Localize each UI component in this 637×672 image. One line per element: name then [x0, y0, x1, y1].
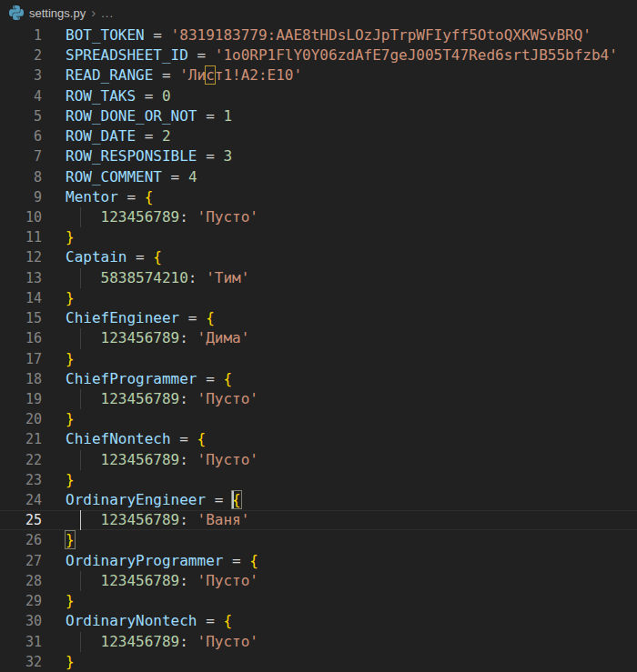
code-content: 123456789: 'Дима' [42, 328, 637, 348]
token-str: 'Дима' [197, 329, 250, 346]
line-number[interactable]: 16 [0, 328, 42, 348]
token-num: 4 [188, 168, 197, 186]
code-line[interactable]: 4ROW_TAKS = 0 [0, 86, 637, 106]
line-number[interactable]: 15 [0, 308, 42, 328]
line-number[interactable]: 17 [0, 349, 42, 369]
token-str: 'Ваня' [197, 511, 250, 528]
token-op: = [171, 430, 197, 447]
line-number[interactable]: 29 [0, 591, 42, 611]
token-num: 1 [223, 107, 232, 125]
code-line[interactable]: 10 123456789: 'Пусто' [0, 207, 637, 227]
code-line[interactable]: 32} [0, 652, 637, 672]
code-line[interactable]: 2SPREADSHEET_ID = '1o0RP1FlY0Y06zdAfE7ge… [0, 45, 637, 65]
code-line[interactable]: 29} [0, 591, 637, 611]
code-line[interactable]: 17} [0, 349, 637, 369]
line-number[interactable]: 26 [0, 530, 42, 550]
code-line[interactable]: 5ROW_DONE_OR_NOT = 1 [0, 106, 637, 126]
token-op: = [153, 66, 179, 84]
code-content: SPREADSHEET_ID = '1o0RP1FlY0Y06zdAfE7geJ… [42, 45, 637, 65]
code-line[interactable]: 9Mentor = { [0, 187, 637, 207]
token-num: 123456789 [66, 633, 179, 650]
line-number[interactable]: 31 [0, 632, 42, 652]
line-number[interactable]: 27 [0, 551, 42, 571]
code-content: } [42, 652, 637, 672]
token-brace: } [66, 653, 75, 670]
code-line[interactable]: 14} [0, 288, 637, 308]
code-line[interactable]: 22 123456789: 'Пусто' [0, 450, 637, 470]
line-number[interactable]: 13 [0, 268, 42, 288]
token-num: 123456789 [66, 572, 179, 589]
code-content: 123456789: 'Ваня' [42, 510, 637, 530]
line-number[interactable]: 20 [0, 409, 42, 429]
code-editor[interactable]: 1BOT_TOKEN = '8319183779:AAE8tHDsLOzJpTr… [0, 25, 637, 672]
code-line[interactable]: 15ChiefEngineer = { [0, 308, 637, 328]
token-op: = [206, 491, 232, 508]
line-number[interactable]: 5 [0, 106, 42, 126]
token-op: = [145, 26, 171, 44]
line-number[interactable]: 18 [0, 369, 42, 389]
breadcrumb-filename[interactable]: settings.py [29, 6, 86, 20]
code-line[interactable]: 11} [0, 227, 637, 247]
token-var: ROW_COMMENT [66, 168, 162, 186]
code-line[interactable]: 18ChiefProgrammer = { [0, 369, 637, 389]
code-line[interactable]: 30OrdinaryNontech = { [0, 611, 637, 631]
code-line[interactable]: 8ROW_COMMENT = 4 [0, 167, 637, 187]
code-line[interactable]: 7ROW_RESPONSIBLE = 3 [0, 146, 637, 166]
breadcrumb-symbol-ellipsis[interactable]: ... [101, 6, 114, 20]
token-op: : [179, 208, 197, 226]
token-var: OrdinaryProgrammer [66, 552, 223, 569]
line-number[interactable]: 7 [0, 146, 42, 166]
code-line[interactable]: 28 123456789: 'Пусто' [0, 571, 637, 591]
line-number[interactable]: 6 [0, 126, 42, 146]
code-line[interactable]: 21ChiefNontech = { [0, 429, 637, 449]
code-line[interactable]: 19 123456789: 'Пусто' [0, 389, 637, 409]
code-line[interactable]: 12Captain = { [0, 247, 637, 267]
line-number[interactable]: 24 [0, 490, 42, 510]
indent-guide [80, 450, 81, 470]
code-line[interactable]: 25 123456789: 'Ваня' [0, 510, 637, 530]
code-content: } [42, 409, 637, 429]
code-line[interactable]: 27OrdinaryProgrammer = { [0, 551, 637, 571]
line-number[interactable]: 32 [0, 652, 42, 672]
line-number[interactable]: 12 [0, 247, 42, 267]
token-str: т1!A2:E10' [215, 66, 302, 84]
line-number[interactable]: 8 [0, 167, 42, 187]
line-number[interactable]: 22 [0, 450, 42, 470]
token-str: 'Пусто' [197, 390, 258, 407]
code-content: ROW_COMMENT = 4 [42, 167, 637, 187]
code-line[interactable]: 6ROW_DATE = 2 [0, 126, 637, 146]
code-line[interactable]: 23} [0, 470, 637, 490]
code-line[interactable]: 13 5838574210: 'Тим' [0, 268, 637, 288]
line-number[interactable]: 10 [0, 207, 42, 227]
line-number[interactable]: 28 [0, 571, 42, 591]
line-number[interactable]: 19 [0, 389, 42, 409]
code-line[interactable]: 1BOT_TOKEN = '8319183779:AAE8tHDsLOzJpTr… [0, 25, 637, 45]
indent-guide [80, 571, 81, 591]
token-op: : [179, 572, 197, 589]
line-number[interactable]: 14 [0, 288, 42, 308]
line-number[interactable]: 2 [0, 45, 42, 65]
line-number[interactable]: 30 [0, 611, 42, 631]
token-var: Mentor [66, 188, 118, 206]
line-number[interactable]: 1 [0, 25, 42, 45]
code-line[interactable]: 26} [0, 530, 637, 550]
code-line[interactable]: 24OrdinaryEngineer = { [0, 490, 637, 510]
line-number[interactable]: 21 [0, 429, 42, 449]
code-line[interactable]: 3READ_RANGE = 'Лист1!A2:E10' [0, 65, 637, 85]
token-num: 123456789 [66, 451, 179, 468]
python-icon [9, 5, 24, 20]
token-str: 'Ли [179, 66, 206, 84]
line-number[interactable]: 23 [0, 470, 42, 490]
line-number[interactable]: 11 [0, 227, 42, 247]
token-brace: } [66, 289, 75, 306]
token-brace: } [66, 592, 75, 609]
token-num: 0 [162, 87, 171, 105]
line-number[interactable]: 3 [0, 65, 42, 85]
code-line[interactable]: 31 123456789: 'Пусто' [0, 632, 637, 652]
code-line[interactable]: 20} [0, 409, 637, 429]
line-number[interactable]: 25 [0, 510, 42, 530]
line-number[interactable]: 4 [0, 86, 42, 106]
line-number[interactable]: 9 [0, 187, 42, 207]
code-line[interactable]: 16 123456789: 'Дима' [0, 328, 637, 348]
token-var: ROW_TAKS [66, 87, 136, 105]
